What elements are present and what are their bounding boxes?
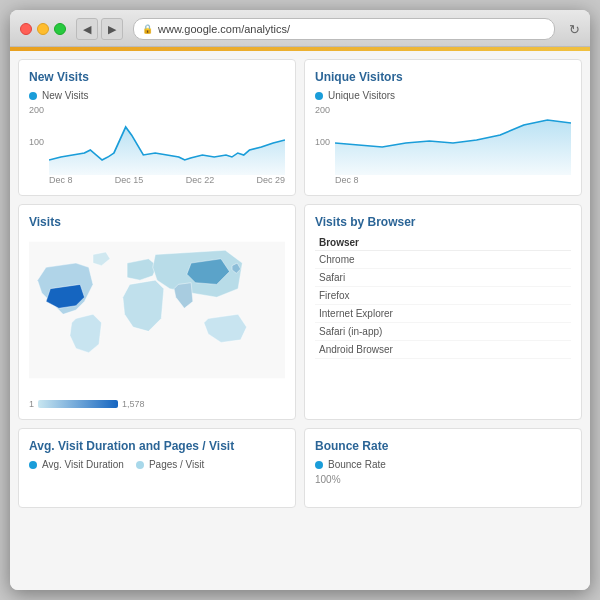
table-row: Chrome	[315, 251, 571, 269]
table-row: Android Browser	[315, 341, 571, 359]
new-visits-legend-label: New Visits	[42, 90, 89, 101]
bounce-rate-legend: Bounce Rate	[315, 459, 571, 470]
mid-row: Visits	[18, 204, 582, 420]
new-visits-x-labels: Dec 8 Dec 15 Dec 22 Dec 29	[49, 175, 285, 185]
bounce-rate-card: Bounce Rate Bounce Rate 100%	[304, 428, 582, 508]
x-label-dec22: Dec 22	[186, 175, 215, 185]
new-visits-svg	[49, 105, 285, 175]
browser-chrome: Chrome	[315, 251, 571, 269]
unique-y-max: 200	[315, 105, 330, 115]
unique-visitors-dot	[315, 92, 323, 100]
table-row: Safari (in-app)	[315, 323, 571, 341]
maximize-button[interactable]	[54, 23, 66, 35]
new-visits-dot	[29, 92, 37, 100]
browser-safari-inapp: Safari (in-app)	[315, 323, 571, 341]
avg-duration-label: Avg. Visit Duration	[42, 459, 124, 470]
table-row: Internet Explorer	[315, 305, 571, 323]
unique-visitors-title: Unique Visitors	[315, 70, 571, 84]
unique-visitors-x-labels: Dec 8	[335, 175, 571, 185]
top-row: New Visits New Visits 200 100	[18, 59, 582, 196]
bottom-row: Avg. Visit Duration and Pages / Visit Av…	[18, 428, 582, 508]
new-visits-title: New Visits	[29, 70, 285, 84]
new-visits-y-mid: 100	[29, 137, 44, 147]
avg-duration-dot	[29, 461, 37, 469]
x-label-dec29: Dec 29	[256, 175, 285, 185]
pages-visit-legend: Pages / Visit	[136, 459, 204, 470]
avg-visit-title: Avg. Visit Duration and Pages / Visit	[29, 439, 285, 453]
address-bar[interactable]: 🔒 www.google.com/analytics/	[133, 18, 555, 40]
url-icon: 🔒	[142, 24, 153, 34]
bounce-rate-title: Bounce Rate	[315, 439, 571, 453]
forward-button[interactable]: ▶	[101, 18, 123, 40]
browser-firefox: Firefox	[315, 287, 571, 305]
back-button[interactable]: ◀	[76, 18, 98, 40]
scale-min: 1	[29, 399, 34, 409]
browser-ie: Internet Explorer	[315, 305, 571, 323]
unique-visitors-svg	[335, 105, 571, 175]
new-visits-card: New Visits New Visits 200 100	[18, 59, 296, 196]
table-row: Safari	[315, 269, 571, 287]
refresh-button[interactable]: ↻	[569, 22, 580, 37]
unique-visitors-card: Unique Visitors Unique Visitors 200 100	[304, 59, 582, 196]
scale-max: 1,578	[122, 399, 145, 409]
browser-android: Android Browser	[315, 341, 571, 359]
unique-visitors-legend: Unique Visitors	[315, 90, 571, 101]
bounce-rate-legend-label: Bounce Rate	[328, 459, 386, 470]
bounce-rate-dot	[315, 461, 323, 469]
title-bar: ◀ ▶ 🔒 www.google.com/analytics/ ↻	[10, 10, 590, 47]
world-map-svg	[29, 235, 285, 385]
unique-visitors-legend-label: Unique Visitors	[328, 90, 395, 101]
table-row: Firefox	[315, 287, 571, 305]
svg-marker-1	[335, 120, 571, 175]
visits-map-card: Visits	[18, 204, 296, 420]
browser-window: ◀ ▶ 🔒 www.google.com/analytics/ ↻ New Vi…	[10, 10, 590, 590]
avg-duration-legend: Avg. Visit Duration	[29, 459, 124, 470]
avg-visit-legends: Avg. Visit Duration Pages / Visit	[29, 459, 285, 474]
new-visits-legend: New Visits	[29, 90, 285, 101]
nav-buttons: ◀ ▶	[76, 18, 123, 40]
unique-visitors-chart: 200 100 Dec 8	[315, 105, 571, 185]
new-visits-chart: 200 100 Dec 8 Dec	[29, 105, 285, 185]
visits-map-title: Visits	[29, 215, 285, 229]
url-text: www.google.com/analytics/	[158, 23, 290, 35]
avg-visit-card: Avg. Visit Duration and Pages / Visit Av…	[18, 428, 296, 508]
map-scale: 1 1,578	[29, 399, 285, 409]
unique-x-label-dec8: Dec 8	[335, 175, 359, 185]
bounce-rate-value: 100%	[315, 474, 571, 485]
minimize-button[interactable]	[37, 23, 49, 35]
window-buttons	[20, 23, 66, 35]
pages-visit-dot	[136, 461, 144, 469]
world-map	[29, 235, 285, 395]
x-label-dec8: Dec 8	[49, 175, 73, 185]
scale-bar	[38, 400, 118, 408]
browser-col-header: Browser	[315, 235, 571, 251]
close-button[interactable]	[20, 23, 32, 35]
new-visits-y-max: 200	[29, 105, 44, 115]
pages-visit-label: Pages / Visit	[149, 459, 204, 470]
x-label-dec15: Dec 15	[115, 175, 144, 185]
browser-table: Browser Chrome Safari Firefox	[315, 235, 571, 359]
visits-by-browser-card: Visits by Browser Browser Chrome Safari	[304, 204, 582, 420]
unique-y-mid: 100	[315, 137, 330, 147]
visits-by-browser-title: Visits by Browser	[315, 215, 571, 229]
content-area: New Visits New Visits 200 100	[10, 51, 590, 590]
browser-safari: Safari	[315, 269, 571, 287]
